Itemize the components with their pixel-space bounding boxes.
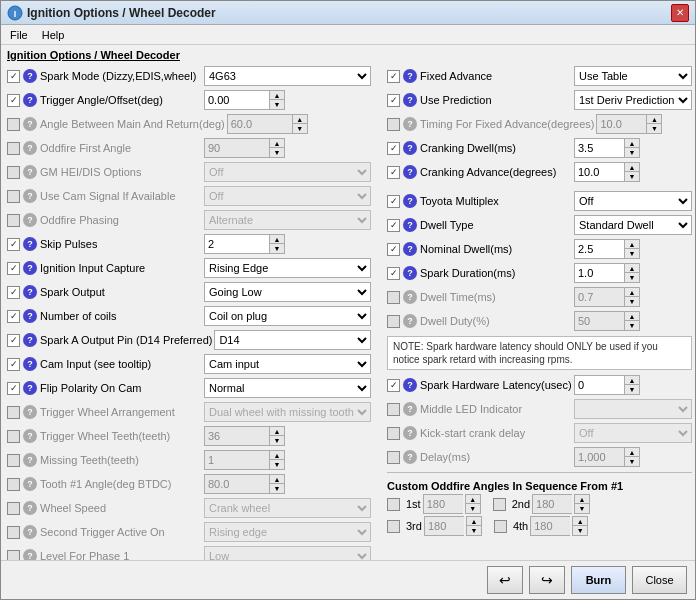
nominal-dwell-up[interactable]: ▲ bbox=[625, 240, 639, 249]
cranking-advance-input[interactable] bbox=[574, 162, 624, 182]
spark-a-pin-select[interactable]: D14 bbox=[214, 330, 371, 350]
fixed-advance-checkbox[interactable]: ✓ bbox=[387, 70, 400, 83]
num-coils-select[interactable]: Coil on plug bbox=[204, 306, 371, 326]
kickstart-help[interactable]: ? bbox=[403, 426, 417, 440]
second-trigger-help[interactable]: ? bbox=[23, 525, 37, 539]
delay-ms-help[interactable]: ? bbox=[403, 450, 417, 464]
spark-latency-down[interactable]: ▼ bbox=[625, 385, 639, 394]
spark-latency-up[interactable]: ▲ bbox=[625, 376, 639, 385]
spark-latency-help[interactable]: ? bbox=[403, 378, 417, 392]
toyota-select[interactable]: Off bbox=[574, 191, 692, 211]
flip-polarity-checkbox[interactable]: ✓ bbox=[7, 382, 20, 395]
cranking-advance-help[interactable]: ? bbox=[403, 165, 417, 179]
trigger-arr-checkbox[interactable] bbox=[7, 406, 20, 419]
ign-input-checkbox[interactable]: ✓ bbox=[7, 262, 20, 275]
cranking-advance-checkbox[interactable]: ✓ bbox=[387, 166, 400, 179]
use-prediction-checkbox[interactable]: ✓ bbox=[387, 94, 400, 107]
menu-file[interactable]: File bbox=[7, 29, 31, 41]
spark-latency-input[interactable] bbox=[574, 375, 624, 395]
angle-between-checkbox[interactable] bbox=[7, 118, 20, 131]
flip-polarity-select[interactable]: Normal bbox=[204, 378, 371, 398]
spark-mode-help[interactable]: ? bbox=[23, 69, 37, 83]
oddfire-4th-checkbox[interactable] bbox=[494, 520, 507, 533]
skip-pulses-input[interactable] bbox=[204, 234, 269, 254]
cranking-dwell-help[interactable]: ? bbox=[403, 141, 417, 155]
second-trigger-checkbox[interactable] bbox=[7, 526, 20, 539]
dwell-type-checkbox[interactable]: ✓ bbox=[387, 219, 400, 232]
cranking-dwell-input[interactable] bbox=[574, 138, 624, 158]
cranking-advance-down[interactable]: ▼ bbox=[625, 172, 639, 181]
skip-pulses-down[interactable]: ▼ bbox=[270, 244, 284, 253]
spark-mode-select[interactable]: 4G63 bbox=[204, 66, 371, 86]
skip-pulses-help[interactable]: ? bbox=[23, 237, 37, 251]
spark-dur-help[interactable]: ? bbox=[403, 266, 417, 280]
trigger-teeth-checkbox[interactable] bbox=[7, 430, 20, 443]
flip-polarity-help[interactable]: ? bbox=[23, 381, 37, 395]
spark-output-checkbox[interactable]: ✓ bbox=[7, 286, 20, 299]
oddfire-3rd-checkbox[interactable] bbox=[387, 520, 400, 533]
missing-teeth-checkbox[interactable] bbox=[7, 454, 20, 467]
dwell-type-select[interactable]: Standard Dwell bbox=[574, 215, 692, 235]
wheel-speed-checkbox[interactable] bbox=[7, 502, 20, 515]
toyota-help[interactable]: ? bbox=[403, 194, 417, 208]
nominal-dwell-help[interactable]: ? bbox=[403, 242, 417, 256]
fixed-advance-help[interactable]: ? bbox=[403, 69, 417, 83]
oddfire-first-help[interactable]: ? bbox=[23, 141, 37, 155]
dwell-type-help[interactable]: ? bbox=[403, 218, 417, 232]
trigger-arr-help[interactable]: ? bbox=[23, 405, 37, 419]
spark-output-help[interactable]: ? bbox=[23, 285, 37, 299]
dwell-duty-checkbox[interactable] bbox=[387, 315, 400, 328]
gm-hei-checkbox[interactable] bbox=[7, 166, 20, 179]
spark-output-select[interactable]: Going Low Going High bbox=[204, 282, 371, 302]
cranking-dwell-up[interactable]: ▲ bbox=[625, 139, 639, 148]
close-button[interactable]: Close bbox=[632, 566, 687, 594]
angle-between-help[interactable]: ? bbox=[23, 117, 37, 131]
dwell-time-checkbox[interactable] bbox=[387, 291, 400, 304]
use-cam-help[interactable]: ? bbox=[23, 189, 37, 203]
spark-dur-input[interactable] bbox=[574, 263, 624, 283]
level-phase-checkbox[interactable] bbox=[7, 550, 20, 561]
gm-hei-help[interactable]: ? bbox=[23, 165, 37, 179]
tooth-angle-checkbox[interactable] bbox=[7, 478, 20, 491]
spark-mode-checkbox[interactable]: ✓ bbox=[7, 70, 20, 83]
fixed-advance-select[interactable]: Use Table bbox=[574, 66, 692, 86]
spark-dur-down[interactable]: ▼ bbox=[625, 273, 639, 282]
burn-button[interactable]: Burn bbox=[571, 566, 626, 594]
cam-input-checkbox[interactable]: ✓ bbox=[7, 358, 20, 371]
oddfire-phasing-checkbox[interactable] bbox=[7, 214, 20, 227]
trigger-angle-help[interactable]: ? bbox=[23, 93, 37, 107]
nominal-dwell-down[interactable]: ▼ bbox=[625, 249, 639, 258]
timing-fixed-checkbox[interactable] bbox=[387, 118, 400, 131]
dwell-time-help[interactable]: ? bbox=[403, 290, 417, 304]
oddfire-1st-checkbox[interactable] bbox=[387, 498, 400, 511]
spark-a-pin-checkbox[interactable]: ✓ bbox=[7, 334, 20, 347]
level-phase-help[interactable]: ? bbox=[23, 549, 37, 560]
cam-input-help[interactable]: ? bbox=[23, 357, 37, 371]
missing-teeth-help[interactable]: ? bbox=[23, 453, 37, 467]
ign-input-help[interactable]: ? bbox=[23, 261, 37, 275]
tooth-angle-help[interactable]: ? bbox=[23, 477, 37, 491]
use-cam-checkbox[interactable] bbox=[7, 190, 20, 203]
use-prediction-help[interactable]: ? bbox=[403, 93, 417, 107]
trigger-teeth-help[interactable]: ? bbox=[23, 429, 37, 443]
wheel-speed-help[interactable]: ? bbox=[23, 501, 37, 515]
toyota-checkbox[interactable]: ✓ bbox=[387, 195, 400, 208]
spark-latency-checkbox[interactable]: ✓ bbox=[387, 379, 400, 392]
menu-help[interactable]: Help bbox=[39, 29, 68, 41]
trigger-angle-input[interactable] bbox=[204, 90, 269, 110]
oddfire-2nd-checkbox[interactable] bbox=[493, 498, 506, 511]
num-coils-checkbox[interactable]: ✓ bbox=[7, 310, 20, 323]
cam-input-select[interactable]: Cam input bbox=[204, 354, 371, 374]
skip-pulses-checkbox[interactable]: ✓ bbox=[7, 238, 20, 251]
use-prediction-select[interactable]: 1st Deriv Prediction bbox=[574, 90, 692, 110]
cranking-dwell-down[interactable]: ▼ bbox=[625, 148, 639, 157]
redo-button[interactable]: ↪ bbox=[529, 566, 565, 594]
spark-dur-checkbox[interactable]: ✓ bbox=[387, 267, 400, 280]
delay-ms-checkbox[interactable] bbox=[387, 451, 400, 464]
undo-button[interactable]: ↩ bbox=[487, 566, 523, 594]
oddfire-phasing-help[interactable]: ? bbox=[23, 213, 37, 227]
middle-led-help[interactable]: ? bbox=[403, 402, 417, 416]
dwell-duty-help[interactable]: ? bbox=[403, 314, 417, 328]
trigger-angle-up[interactable]: ▲ bbox=[270, 91, 284, 100]
skip-pulses-up[interactable]: ▲ bbox=[270, 235, 284, 244]
